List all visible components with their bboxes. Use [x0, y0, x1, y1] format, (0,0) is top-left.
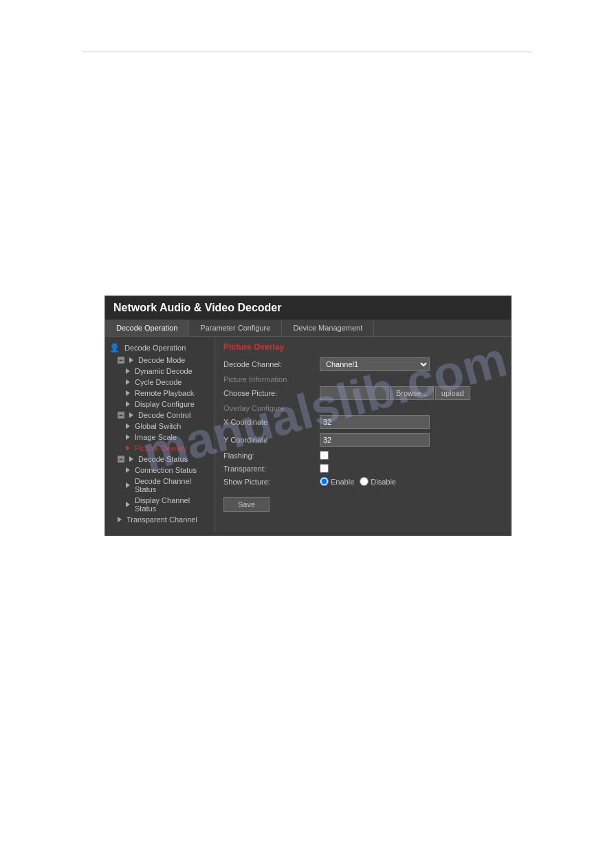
- tab-parameter-configure[interactable]: Parameter Configure: [189, 320, 282, 336]
- tab-bar: Decode Operation Parameter Configure Dev…: [105, 320, 511, 337]
- y-coordinate-row: Y Coordinate 32: [223, 433, 503, 447]
- choose-picture-label: Choose Picture:: [223, 389, 320, 397]
- sidebar-item-display-configure[interactable]: Display Configure: [105, 399, 215, 410]
- upload-button[interactable]: upload: [435, 386, 470, 400]
- save-button[interactable]: Save: [223, 497, 270, 512]
- minus-icon: −: [118, 456, 124, 463]
- choose-picture-input[interactable]: [320, 386, 388, 400]
- decode-channel-row: Decode Channel: Channel1 Channel2 Channe…: [223, 357, 503, 371]
- decode-channel-label: Decode Channel:: [223, 360, 320, 368]
- sidebar-item-connection-status[interactable]: Connection Status: [105, 465, 215, 476]
- show-picture-enable-radio[interactable]: [320, 477, 329, 486]
- flashing-row: Flashing:: [223, 451, 503, 460]
- show-picture-row: Show Picture: Enable Disable: [223, 477, 503, 486]
- x-coordinate-label: X Coordinate: [223, 418, 320, 426]
- arrow-icon: [126, 467, 130, 473]
- y-coordinate-label: Y Coordinate: [223, 436, 320, 444]
- transparent-label: Transparent:: [223, 465, 320, 473]
- arrow-icon: [126, 482, 130, 488]
- x-coordinate-row: X Coordinate 32: [223, 415, 503, 429]
- show-picture-enable-text: Enable: [331, 478, 354, 486]
- arrow-icon: [126, 423, 130, 429]
- arrow-icon: [126, 502, 130, 507]
- flashing-checkbox[interactable]: [320, 451, 329, 460]
- transparent-checkbox[interactable]: [320, 464, 329, 473]
- show-picture-enable-label[interactable]: Enable: [320, 477, 354, 486]
- sidebar-item-global-switch[interactable]: Global Switch: [105, 421, 215, 432]
- flashing-label: Flashing:: [223, 452, 320, 460]
- sidebar-item-cycle-decode[interactable]: Cycle Decode: [105, 377, 215, 388]
- decode-channel-select[interactable]: Channel1 Channel2 Channel3 Channel4: [320, 357, 430, 371]
- sidebar-item-transparent-channel[interactable]: Transparent Channel: [105, 514, 215, 525]
- arrow-icon: [126, 368, 130, 374]
- show-picture-disable-label[interactable]: Disable: [360, 477, 396, 486]
- arrow-icon: [126, 401, 130, 407]
- title-bar: Network Audio & Video Decoder: [105, 296, 511, 320]
- show-picture-label: Show Picture:: [223, 478, 320, 486]
- picture-information-label: Picture Information: [223, 375, 503, 383]
- arrow-icon: [126, 434, 130, 440]
- section-title: Picture Overlay: [223, 342, 503, 352]
- top-divider: [83, 52, 531, 52]
- choose-picture-row: Choose Picture: Browse... upload: [223, 386, 503, 400]
- overlay-configure-label: Overlay Configure: [223, 404, 503, 412]
- minus-icon: −: [118, 357, 124, 364]
- sidebar-section-label: Decode Operation: [124, 344, 186, 352]
- show-picture-radio-group: Enable Disable: [320, 477, 396, 486]
- sidebar-item-remote-playback[interactable]: Remote Playback: [105, 388, 215, 399]
- arrow-icon: [129, 456, 133, 462]
- arrow-icon: [126, 390, 130, 396]
- browse-button[interactable]: Browse...: [390, 386, 434, 400]
- main-panel: Picture Overlay Decode Channel: Channel1…: [215, 337, 511, 532]
- arrow-icon: [126, 379, 130, 385]
- sidebar-item-decode-channel-status[interactable]: Decode Channel Status: [105, 476, 215, 495]
- arrow-icon: [118, 517, 122, 522]
- arrow-icon: [129, 412, 133, 418]
- page-container: manualslib.com Network Audio & Video Dec…: [0, 0, 614, 868]
- arrow-icon: [129, 357, 133, 363]
- sidebar-item-decode-status[interactable]: − Decode Status: [105, 454, 215, 465]
- person-icon: 👤: [109, 343, 120, 353]
- sidebar-item-decode-control[interactable]: − Decode Control: [105, 410, 215, 421]
- show-picture-disable-radio[interactable]: [360, 477, 369, 486]
- app-window: Network Audio & Video Decoder Decode Ope…: [105, 296, 512, 536]
- sidebar-item-image-scale[interactable]: Image Scale: [105, 432, 215, 443]
- show-picture-disable-text: Disable: [371, 478, 396, 486]
- sidebar-item-dynamic-decode[interactable]: Dynamic Decode: [105, 366, 215, 377]
- sidebar-item-display-channel-status[interactable]: Display Channel Status: [105, 495, 215, 514]
- tab-decode-operation[interactable]: Decode Operation: [105, 320, 189, 336]
- minus-icon: −: [118, 412, 124, 419]
- arrow-icon: [126, 445, 130, 451]
- sidebar-item-decode-mode[interactable]: − Decode Mode: [105, 355, 215, 366]
- x-coordinate-input[interactable]: 32: [320, 415, 430, 429]
- content-area: 👤 Decode Operation − Decode Mode Dynamic…: [105, 337, 511, 532]
- save-row: Save: [223, 490, 503, 512]
- app-title: Network Audio & Video Decoder: [113, 302, 281, 313]
- y-coordinate-input[interactable]: 32: [320, 433, 430, 447]
- transparent-row: Transparent:: [223, 464, 503, 473]
- sidebar-section-decode-operation: 👤 Decode Operation: [105, 341, 215, 355]
- tab-device-management[interactable]: Device Management: [282, 320, 374, 336]
- sidebar: 👤 Decode Operation − Decode Mode Dynamic…: [105, 337, 215, 532]
- sidebar-item-picture-overlay[interactable]: Picture Overlay: [105, 443, 215, 454]
